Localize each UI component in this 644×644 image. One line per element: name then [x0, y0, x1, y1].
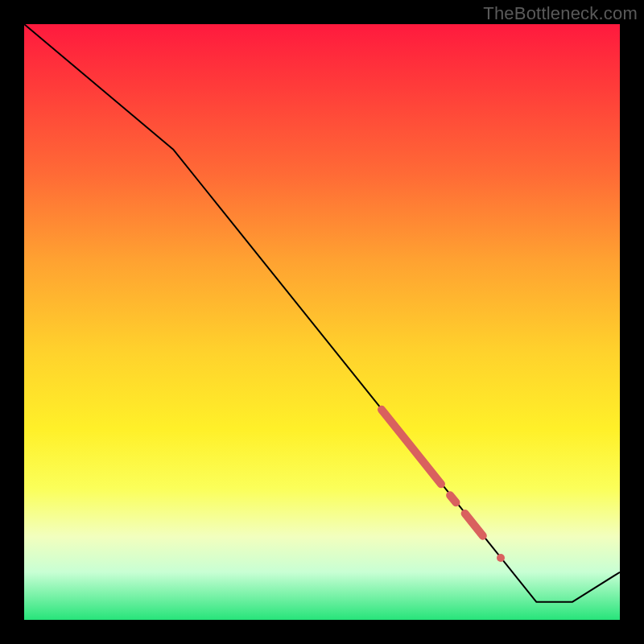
highlight-segment — [382, 410, 441, 485]
curve-path — [24, 24, 620, 602]
watermark-text: TheBottleneck.com — [483, 3, 638, 24]
highlight-segment — [450, 495, 456, 502]
highlight-dot — [497, 554, 505, 562]
highlight-segment — [465, 514, 483, 536]
chart-frame: TheBottleneck.com — [0, 0, 644, 644]
plot-area — [24, 24, 620, 620]
chart-svg — [24, 24, 620, 620]
